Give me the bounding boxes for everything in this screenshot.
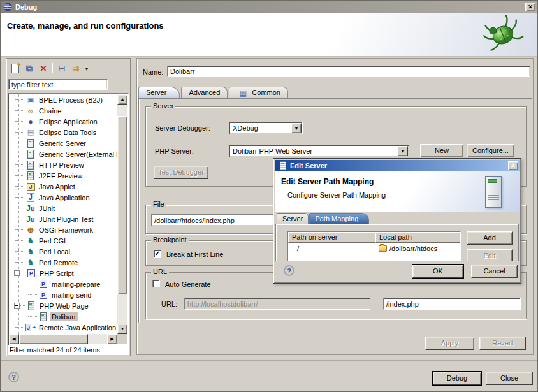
path-mapping-table: Path on server Local path //dolibarr/htd… xyxy=(287,231,461,261)
tree-item[interactable]: Java Applet xyxy=(9,181,117,192)
tree-item-label: PHP Web Page xyxy=(38,301,91,310)
collapse-minus-icon[interactable] xyxy=(14,303,20,309)
php-server-select[interactable]: Dolibarr PHP Web Server ▼ xyxy=(229,145,409,157)
delete-config-button[interactable] xyxy=(36,62,50,75)
tree-vertical-scrollbar[interactable]: ▲ ▼ xyxy=(117,94,127,334)
server-icon xyxy=(25,161,36,170)
tree-horizontal-scrollbar[interactable]: ◀ ▶ xyxy=(9,334,117,344)
window-close-button[interactable]: ✕ xyxy=(525,3,535,11)
column-local-path[interactable]: Local path xyxy=(375,232,460,243)
configure-server-button[interactable]: Configure... xyxy=(467,144,514,157)
launch-config-sidebar: BPEL Process (B2J)ChaîneEclipse Applicat… xyxy=(6,58,131,356)
server-icon xyxy=(278,161,288,170)
ok-button[interactable]: OK xyxy=(412,265,463,278)
tree-item[interactable]: BPEL Process (B2J) xyxy=(9,94,117,105)
tree-item[interactable]: mailing-send xyxy=(9,289,117,300)
tab-path-mapping[interactable]: Path Mapping xyxy=(309,213,369,224)
server-debugger-select[interactable]: XDebug ▼ xyxy=(229,122,303,134)
tree-item[interactable]: JUnit Plug-in Test xyxy=(9,214,117,224)
php-icon xyxy=(38,291,48,300)
tree-item[interactable]: Remote Java Application xyxy=(9,322,117,333)
auto-generate-checkbox[interactable] xyxy=(152,280,160,287)
scroll-right-button[interactable]: ▶ xyxy=(107,334,117,344)
test-debugger-button: Test Debugger xyxy=(154,166,208,179)
server-tower-image xyxy=(485,176,502,208)
chain-icon xyxy=(25,106,36,115)
debug-button[interactable]: Debug xyxy=(433,372,481,385)
config-tree-container: BPEL Process (B2J)ChaîneEclipse Applicat… xyxy=(8,93,129,345)
new-launch-config-button[interactable] xyxy=(8,62,22,75)
tree-item-label: Dolibarr xyxy=(50,312,78,321)
help-icon: ? xyxy=(11,374,16,381)
local-path-cell: /dolibarr/htdocs xyxy=(375,243,460,254)
tree-item[interactable]: Perl Remote xyxy=(9,257,117,268)
server-debugger-label: Server Debugger: xyxy=(155,124,210,132)
table-row[interactable]: //dolibarr/htdocs xyxy=(288,243,460,254)
server-icon xyxy=(25,150,36,159)
break-first-line-checkbox[interactable]: ✔ xyxy=(154,250,161,258)
tree-item[interactable]: Generic Server(External La xyxy=(9,149,117,159)
junit-icon xyxy=(25,204,36,213)
php-icon xyxy=(26,269,36,278)
vertical-scroll-thumb[interactable] xyxy=(117,116,127,294)
scroll-down-button[interactable]: ▼ xyxy=(117,324,127,334)
cancel-button[interactable]: Cancel xyxy=(471,265,518,278)
tab-dialog-server[interactable]: Server xyxy=(277,213,309,224)
remote-java-icon xyxy=(25,323,36,332)
dialog-help-button[interactable]: ? xyxy=(284,265,294,276)
server-icon xyxy=(25,139,36,148)
name-input[interactable] xyxy=(167,66,530,77)
tree-item[interactable]: Java Application xyxy=(9,192,117,203)
tree-item[interactable]: Eclipse Data Tools xyxy=(9,127,117,138)
tree-item-label: Perl Local xyxy=(37,247,72,256)
url-path-input[interactable] xyxy=(383,298,521,310)
chevron-down-icon[interactable]: ▼ xyxy=(291,123,302,133)
tree-item-label: BPEL Process (B2J) xyxy=(37,96,105,105)
tree-item-label: Eclipse Application xyxy=(37,117,99,126)
tree-item[interactable]: PHP Script xyxy=(9,268,117,279)
java-application-icon xyxy=(25,193,36,202)
tree-item-label: HTTP Preview xyxy=(37,161,86,170)
scroll-left-button[interactable]: ◀ xyxy=(9,334,19,344)
filter-input[interactable] xyxy=(8,79,108,90)
new-server-button[interactable]: New xyxy=(420,144,463,157)
add-mapping-button[interactable]: Add xyxy=(467,231,513,245)
tab-server[interactable]: Server xyxy=(138,87,180,98)
tree-item[interactable]: OSGi Framework xyxy=(9,224,117,235)
tab-advanced[interactable]: Advanced xyxy=(181,87,228,98)
tree-item-label: OSGi Framework xyxy=(37,226,95,235)
scroll-up-button[interactable]: ▲ xyxy=(117,94,127,105)
duplicate-config-button[interactable] xyxy=(22,62,36,75)
edit-server-button-bar: ? OK Cancel xyxy=(275,261,520,282)
filter-menu-button[interactable] xyxy=(83,62,91,75)
tree-item-label: Chaîne xyxy=(37,106,63,115)
perl-icon xyxy=(25,247,36,256)
edit-server-close-button[interactable]: ✕ xyxy=(508,161,518,170)
server-group-legend: Server xyxy=(151,102,175,110)
tree-item[interactable]: Perl Local xyxy=(9,246,117,257)
tree-item[interactable]: Perl CGI xyxy=(9,235,117,246)
tree-item[interactable]: mailing-prepare xyxy=(9,279,117,289)
tree-item[interactable]: Chaîne xyxy=(9,105,117,116)
tree-item[interactable]: J2EE Preview xyxy=(9,170,117,181)
tree-item[interactable]: Eclipse Application xyxy=(9,116,117,127)
tree-item[interactable]: Dolibarr xyxy=(9,311,117,322)
horizontal-scroll-thumb[interactable] xyxy=(19,334,88,344)
collapse-all-button[interactable] xyxy=(55,62,69,75)
tree-item[interactable]: HTTP Preview xyxy=(9,159,117,170)
table-body: //dolibarr/htdocs xyxy=(288,243,460,254)
close-button[interactable]: Close xyxy=(486,372,533,385)
tree-item[interactable]: PHP Web Page xyxy=(9,300,117,311)
collapse-minus-icon[interactable] xyxy=(14,270,20,276)
window-help-button[interactable]: ? xyxy=(8,372,19,382)
filter-configs-button[interactable] xyxy=(69,62,83,75)
config-tabs: Server Advanced Common xyxy=(138,87,289,98)
tree-item-label: mailing-send xyxy=(50,291,93,300)
column-path-on-server[interactable]: Path on server xyxy=(288,232,375,243)
chevron-down-icon[interactable]: ▼ xyxy=(398,146,408,156)
tree-item[interactable]: Generic Server xyxy=(9,138,117,149)
breakpoint-group-legend: Breakpoint xyxy=(151,236,189,243)
tab-common[interactable]: Common xyxy=(229,87,288,98)
tree-item[interactable]: JUnit xyxy=(9,203,117,214)
server-icon xyxy=(26,301,36,310)
